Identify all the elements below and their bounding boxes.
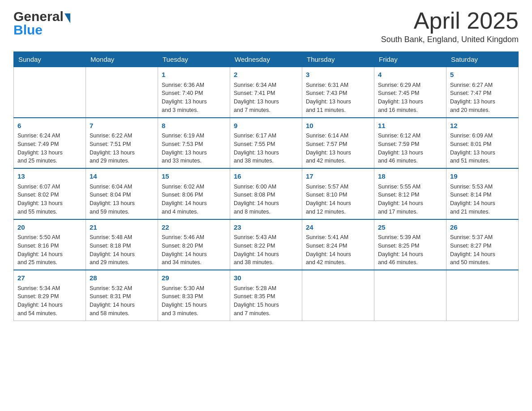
day-number: 5	[450, 70, 515, 80]
day-info: Sunrise: 6:24 AM Sunset: 7:49 PM Dayligh…	[17, 132, 82, 165]
day-number: 27	[17, 273, 82, 283]
day-header-monday: Monday	[86, 52, 158, 67]
calendar-cell: 5Sunrise: 6:27 AM Sunset: 7:47 PM Daylig…	[446, 67, 519, 118]
day-number: 29	[162, 273, 226, 283]
day-info: Sunrise: 6:29 AM Sunset: 7:45 PM Dayligh…	[378, 81, 442, 115]
day-info: Sunrise: 6:04 AM Sunset: 8:04 PM Dayligh…	[90, 183, 154, 216]
day-number: 24	[306, 223, 370, 233]
day-number: 8	[162, 121, 226, 131]
calendar-cell: 25Sunrise: 5:39 AM Sunset: 8:25 PM Dayli…	[374, 219, 446, 270]
day-info: Sunrise: 6:31 AM Sunset: 7:43 PM Dayligh…	[306, 81, 370, 115]
day-number: 21	[90, 223, 154, 233]
day-header-saturday: Saturday	[446, 52, 519, 67]
day-info: Sunrise: 6:17 AM Sunset: 7:55 PM Dayligh…	[234, 132, 298, 165]
day-info: Sunrise: 5:32 AM Sunset: 8:31 PM Dayligh…	[90, 284, 154, 318]
calendar-cell: 1Sunrise: 6:36 AM Sunset: 7:40 PM Daylig…	[158, 67, 230, 118]
calendar-cell: 6Sunrise: 6:24 AM Sunset: 7:49 PM Daylig…	[14, 118, 86, 169]
day-info: Sunrise: 5:57 AM Sunset: 8:10 PM Dayligh…	[306, 183, 370, 216]
day-header-thursday: Thursday	[302, 52, 374, 67]
day-number: 20	[17, 223, 82, 233]
day-number: 30	[234, 273, 298, 283]
calendar-cell	[302, 270, 374, 321]
logo-triangle-icon	[64, 13, 70, 23]
day-info: Sunrise: 5:39 AM Sunset: 8:25 PM Dayligh…	[378, 233, 442, 267]
logo-blue-text: Blue	[13, 22, 43, 38]
calendar-cell: 19Sunrise: 5:53 AM Sunset: 8:14 PM Dayli…	[446, 168, 519, 219]
calendar-cell: 29Sunrise: 5:30 AM Sunset: 8:33 PM Dayli…	[158, 270, 230, 321]
calendar-week-row: 27Sunrise: 5:34 AM Sunset: 8:29 PM Dayli…	[14, 270, 519, 321]
day-info: Sunrise: 5:41 AM Sunset: 8:24 PM Dayligh…	[306, 233, 370, 267]
day-number: 12	[450, 121, 515, 131]
calendar-cell: 20Sunrise: 5:50 AM Sunset: 8:16 PM Dayli…	[14, 219, 86, 270]
day-number: 15	[162, 171, 226, 182]
month-title: April 2025	[381, 9, 519, 32]
calendar-cell	[374, 270, 446, 321]
location-text: South Bank, England, United Kingdom	[381, 35, 519, 44]
calendar-cell: 11Sunrise: 6:12 AM Sunset: 7:59 PM Dayli…	[374, 118, 446, 169]
day-info: Sunrise: 6:12 AM Sunset: 7:59 PM Dayligh…	[378, 132, 442, 165]
day-info: Sunrise: 6:22 AM Sunset: 7:51 PM Dayligh…	[90, 132, 154, 165]
day-info: Sunrise: 5:48 AM Sunset: 8:18 PM Dayligh…	[90, 233, 154, 267]
day-number: 4	[378, 70, 442, 80]
calendar-table: SundayMondayTuesdayWednesdayThursdayFrid…	[13, 51, 519, 321]
calendar-cell: 12Sunrise: 6:09 AM Sunset: 8:01 PM Dayli…	[446, 118, 519, 169]
day-number: 11	[378, 121, 442, 131]
day-header-friday: Friday	[374, 52, 446, 67]
day-number: 1	[162, 70, 226, 80]
day-info: Sunrise: 5:53 AM Sunset: 8:14 PM Dayligh…	[450, 183, 515, 216]
day-info: Sunrise: 5:55 AM Sunset: 8:12 PM Dayligh…	[378, 183, 442, 216]
day-info: Sunrise: 6:27 AM Sunset: 7:47 PM Dayligh…	[450, 81, 515, 115]
day-info: Sunrise: 5:46 AM Sunset: 8:20 PM Dayligh…	[162, 233, 226, 267]
calendar-cell: 22Sunrise: 5:46 AM Sunset: 8:20 PM Dayli…	[158, 219, 230, 270]
calendar-cell: 16Sunrise: 6:00 AM Sunset: 8:08 PM Dayli…	[230, 168, 302, 219]
day-header-wednesday: Wednesday	[230, 52, 302, 67]
day-header-sunday: Sunday	[14, 52, 86, 67]
day-number: 17	[306, 171, 370, 182]
day-info: Sunrise: 5:43 AM Sunset: 8:22 PM Dayligh…	[234, 233, 298, 267]
day-number: 3	[306, 70, 370, 80]
calendar-cell: 21Sunrise: 5:48 AM Sunset: 8:18 PM Dayli…	[86, 219, 158, 270]
calendar-cell	[446, 270, 519, 321]
day-number: 19	[450, 171, 515, 182]
calendar-cell: 26Sunrise: 5:37 AM Sunset: 8:27 PM Dayli…	[446, 219, 519, 270]
calendar-cell: 10Sunrise: 6:14 AM Sunset: 7:57 PM Dayli…	[302, 118, 374, 169]
page-header: General Blue April 2025 South Bank, Engl…	[13, 9, 519, 44]
day-number: 16	[234, 171, 298, 182]
day-info: Sunrise: 6:02 AM Sunset: 8:06 PM Dayligh…	[162, 183, 226, 216]
day-number: 25	[378, 223, 442, 233]
calendar-cell: 24Sunrise: 5:41 AM Sunset: 8:24 PM Dayli…	[302, 219, 374, 270]
day-number: 2	[234, 70, 298, 80]
day-info: Sunrise: 5:37 AM Sunset: 8:27 PM Dayligh…	[450, 233, 515, 267]
calendar-cell: 28Sunrise: 5:32 AM Sunset: 8:31 PM Dayli…	[86, 270, 158, 321]
day-info: Sunrise: 5:30 AM Sunset: 8:33 PM Dayligh…	[162, 284, 226, 318]
day-number: 7	[90, 121, 154, 131]
day-number: 18	[378, 171, 442, 182]
calendar-header-row: SundayMondayTuesdayWednesdayThursdayFrid…	[14, 52, 519, 67]
calendar-week-row: 13Sunrise: 6:07 AM Sunset: 8:02 PM Dayli…	[14, 168, 519, 219]
day-info: Sunrise: 6:00 AM Sunset: 8:08 PM Dayligh…	[234, 183, 298, 216]
calendar-cell: 27Sunrise: 5:34 AM Sunset: 8:29 PM Dayli…	[14, 270, 86, 321]
day-number: 28	[90, 273, 154, 283]
calendar-week-row: 6Sunrise: 6:24 AM Sunset: 7:49 PM Daylig…	[14, 118, 519, 169]
calendar-cell	[14, 67, 86, 118]
calendar-cell: 30Sunrise: 5:28 AM Sunset: 8:35 PM Dayli…	[230, 270, 302, 321]
day-info: Sunrise: 6:36 AM Sunset: 7:40 PM Dayligh…	[162, 81, 226, 115]
logo-general-text: General	[13, 9, 64, 24]
calendar-cell: 13Sunrise: 6:07 AM Sunset: 8:02 PM Dayli…	[14, 168, 86, 219]
calendar-cell: 9Sunrise: 6:17 AM Sunset: 7:55 PM Daylig…	[230, 118, 302, 169]
logo: General Blue	[13, 9, 71, 38]
day-number: 22	[162, 223, 226, 233]
calendar-week-row: 1Sunrise: 6:36 AM Sunset: 7:40 PM Daylig…	[14, 67, 519, 118]
day-info: Sunrise: 6:34 AM Sunset: 7:41 PM Dayligh…	[234, 81, 298, 115]
calendar-cell: 14Sunrise: 6:04 AM Sunset: 8:04 PM Dayli…	[86, 168, 158, 219]
calendar-cell: 23Sunrise: 5:43 AM Sunset: 8:22 PM Dayli…	[230, 219, 302, 270]
day-number: 26	[450, 223, 515, 233]
day-info: Sunrise: 6:19 AM Sunset: 7:53 PM Dayligh…	[162, 132, 226, 165]
title-area: April 2025 South Bank, England, United K…	[381, 9, 519, 44]
day-number: 9	[234, 121, 298, 131]
day-info: Sunrise: 6:07 AM Sunset: 8:02 PM Dayligh…	[17, 183, 82, 216]
calendar-cell: 4Sunrise: 6:29 AM Sunset: 7:45 PM Daylig…	[374, 67, 446, 118]
calendar-cell: 17Sunrise: 5:57 AM Sunset: 8:10 PM Dayli…	[302, 168, 374, 219]
day-number: 10	[306, 121, 370, 131]
calendar-cell: 7Sunrise: 6:22 AM Sunset: 7:51 PM Daylig…	[86, 118, 158, 169]
